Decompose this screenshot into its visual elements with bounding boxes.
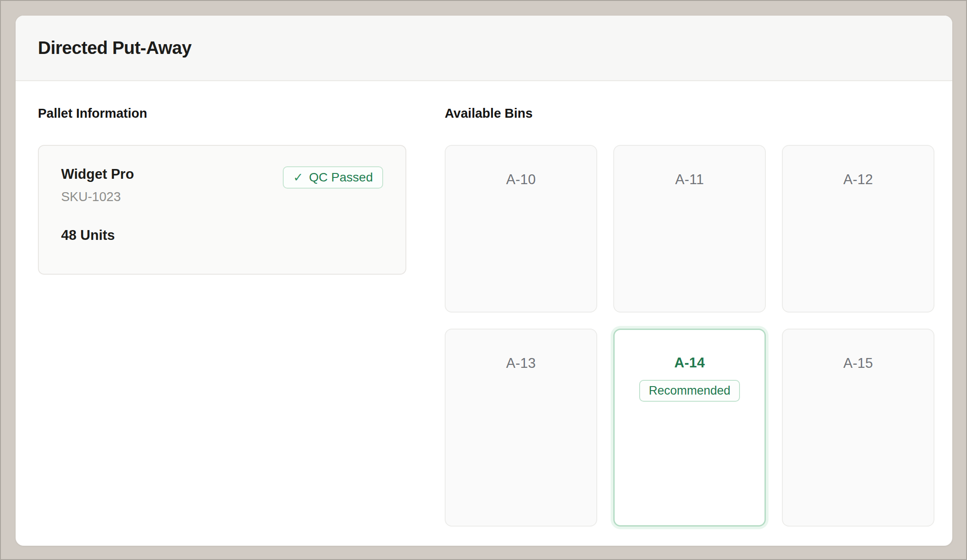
unit-count: 48 Units — [61, 227, 383, 243]
checkmark-icon: ✓ — [293, 172, 303, 184]
panel-header: Directed Put-Away — [16, 16, 952, 81]
bin-label: A-11 — [614, 172, 765, 188]
bin-label: A-12 — [783, 172, 934, 188]
bin-card[interactable]: A-14 Recommended — [613, 329, 766, 527]
bin-label: A-14 — [615, 355, 765, 371]
pallet-card-top-row: Widget Pro SKU-1023 ✓ QC Passed — [61, 166, 383, 204]
panel-body: Pallet Information Widget Pro SKU-1023 ✓… — [16, 81, 952, 527]
directed-put-away-panel: Directed Put-Away Pallet Information Wid… — [16, 16, 952, 546]
bin-card[interactable]: A-13 — [445, 329, 597, 527]
qc-status-badge: ✓ QC Passed — [283, 166, 383, 189]
bin-card[interactable]: A-11 — [613, 145, 766, 313]
bin-label: A-10 — [446, 172, 596, 188]
app-viewport: Directed Put-Away Pallet Information Wid… — [0, 0, 967, 560]
recommended-badge: Recommended — [639, 380, 740, 402]
bin-label: A-15 — [783, 355, 934, 371]
bin-card[interactable]: A-10 — [445, 145, 597, 313]
qc-badge-label: QC Passed — [309, 170, 373, 185]
available-bins-section: Available Bins A-10 A-11 — [445, 106, 934, 527]
available-bins-heading: Available Bins — [445, 106, 934, 121]
pallet-product-info: Widget Pro SKU-1023 — [61, 166, 134, 204]
pallet-information-heading: Pallet Information — [38, 106, 406, 121]
product-name: Widget Pro — [61, 166, 134, 182]
page-title: Directed Put-Away — [38, 38, 191, 58]
product-sku: SKU-1023 — [61, 189, 134, 204]
bin-label: A-13 — [446, 355, 596, 371]
pallet-card: Widget Pro SKU-1023 ✓ QC Passed 48 Units — [38, 145, 406, 275]
bin-card[interactable]: A-15 — [782, 329, 934, 527]
bins-grid: A-10 A-11 A-12 — [445, 145, 934, 527]
bin-card[interactable]: A-12 — [782, 145, 934, 313]
pallet-information-section: Pallet Information Widget Pro SKU-1023 ✓… — [38, 106, 406, 527]
